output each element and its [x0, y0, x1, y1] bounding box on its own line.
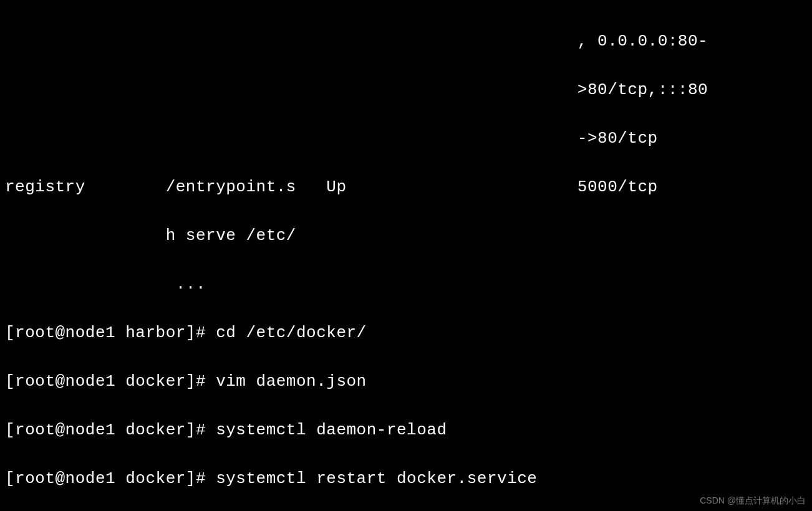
command-text: systemctl restart docker.service — [216, 469, 537, 488]
command-line: [root@node1 docker]# vim daemon.json — [5, 370, 807, 394]
prompt: [root@node1 docker]# — [5, 469, 216, 488]
registry-row-line3: ... — [5, 272, 807, 297]
prompt: [root@node1 docker]# — [5, 421, 216, 439]
ports-info-line3: ->80/tcp — [5, 127, 807, 151]
command-line: [root@node1 harbor]# cd /etc/docker/ — [5, 321, 807, 345]
ports-info-line1: , 0.0.0.0:80- — [5, 29, 807, 54]
prompt: [root@node1 harbor]# — [5, 323, 216, 342]
command-text: systemctl daemon-reload — [216, 421, 447, 439]
command-text: vim daemon.json — [216, 372, 367, 391]
registry-row-line2: h serve /etc/ — [5, 224, 807, 248]
command-text: cd /etc/docker/ — [216, 323, 367, 342]
prompt: [root@node1 docker]# — [5, 372, 216, 391]
command-line: [root@node1 docker]# systemctl restart d… — [5, 467, 807, 491]
command-line: [root@node1 docker]# systemctl daemon-re… — [5, 418, 807, 442]
watermark-text: CSDN @懂点计算机的小白 — [700, 494, 806, 507]
registry-row-line1: registry /entrypoint.s Up 5000/tcp — [5, 175, 807, 199]
terminal-output[interactable]: , 0.0.0.0:80- >80/tcp,:::80 ->80/tcp reg… — [5, 5, 807, 511]
ports-info-line2: >80/tcp,:::80 — [5, 78, 807, 102]
